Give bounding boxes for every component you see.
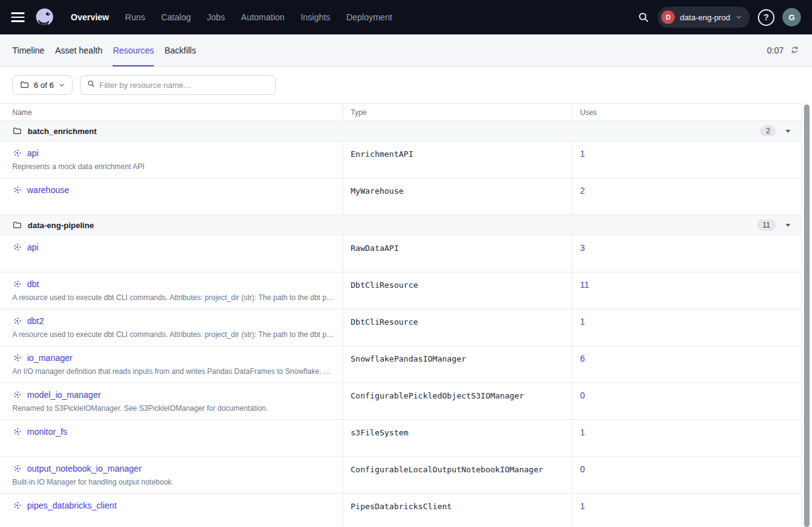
refresh-icon[interactable]: [790, 45, 800, 57]
tabs: TimelineAsset healthResourcesBackfills: [12, 34, 196, 66]
deployment-switcher[interactable]: D data-eng-prod: [658, 7, 750, 28]
type-cell: ConfigurablePickledObjectS3IOManager: [343, 383, 572, 419]
column-header-name: Name: [0, 104, 343, 121]
resource-icon: [12, 316, 22, 326]
resource-name-link[interactable]: pipes_databricks_client: [27, 501, 117, 510]
deployment-name: data-eng-prod: [680, 13, 730, 22]
uses-count-link[interactable]: 2: [580, 186, 585, 196]
tab-backfills[interactable]: Backfills: [164, 34, 196, 66]
resource-description: A resource used to execute dbt CLI comma…: [12, 330, 335, 339]
deployment-initial-badge: D: [661, 10, 675, 24]
name-cell: dbt A resource used to execute dbt CLI c…: [0, 272, 343, 309]
name-cell: warehouse: [0, 178, 343, 215]
table-header: Name Type Uses: [0, 104, 802, 121]
uses-cell: 2: [572, 178, 802, 215]
type-cell: MyWarehouse: [343, 178, 572, 215]
uses-count-link[interactable]: 1: [580, 317, 585, 327]
tab-timeline[interactable]: Timeline: [12, 34, 44, 66]
nav-item-automation[interactable]: Automation: [241, 12, 285, 22]
count-label: 6 of 6: [34, 81, 54, 90]
uses-cell: 11: [572, 272, 802, 309]
top-navigation: OverviewRunsCatalogJobsAutomationInsight…: [0, 0, 812, 34]
nav-item-deployment[interactable]: Deployment: [346, 12, 392, 22]
nav-item-jobs[interactable]: Jobs: [207, 12, 225, 22]
name-cell: output_notebook_io_manager Built-in IO M…: [0, 457, 343, 493]
nav-item-overview[interactable]: Overview: [71, 12, 109, 22]
table-row: io_manager An I/O manager definition tha…: [0, 346, 802, 383]
table-row: output_notebook_io_manager Built-in IO M…: [0, 457, 802, 494]
resource-icon: [12, 501, 22, 510]
table-row: dbt A resource used to execute dbt CLI c…: [0, 272, 802, 309]
resource-description: Renamed to S3PickleIOManager. See S3Pick…: [12, 404, 335, 413]
resource-name-link[interactable]: monitor_fs: [27, 427, 67, 437]
resource-name-link[interactable]: api: [27, 148, 39, 158]
tab-resources[interactable]: Resources: [113, 34, 154, 66]
nav-item-runs[interactable]: Runs: [125, 12, 145, 22]
hamburger-menu-icon[interactable]: [11, 12, 25, 22]
group-row-right: 11: [757, 220, 795, 231]
uses-cell: 0: [572, 383, 802, 419]
resource-name-link[interactable]: output_notebook_io_manager: [27, 464, 141, 474]
group-count-badge: 2: [760, 125, 776, 137]
vertical-scrollbar[interactable]: [804, 105, 810, 527]
table-row: api Represents a mock data enrichment AP…: [0, 141, 802, 178]
type-cell: DbtCliResource: [343, 272, 572, 309]
user-avatar[interactable]: G: [782, 8, 801, 26]
type-cell: SnowflakePandasIOManager: [343, 346, 572, 382]
uses-count-link[interactable]: 11: [580, 280, 589, 290]
collapse-caret-icon[interactable]: [786, 224, 790, 227]
resource-icon: [12, 242, 22, 252]
collapse-caret-icon[interactable]: [786, 130, 790, 133]
resource-type: DbtCliResource: [351, 280, 418, 290]
uses-cell: 1: [572, 420, 802, 456]
uses-count-link[interactable]: 1: [580, 427, 585, 437]
nav-item-insights[interactable]: Insights: [301, 12, 330, 22]
resource-name-link[interactable]: api: [27, 242, 39, 252]
resource-type: MyWarehouse: [351, 186, 404, 196]
resource-name-link[interactable]: dbt: [27, 279, 39, 289]
uses-cell: 1: [572, 141, 802, 178]
name-cell: io_manager An I/O manager definition tha…: [0, 346, 343, 382]
primary-nav: OverviewRunsCatalogJobsAutomationInsight…: [71, 12, 392, 22]
uses-count-link[interactable]: 1: [580, 149, 585, 159]
octopus-logo-icon: [33, 6, 56, 29]
resource-icon: [12, 390, 22, 400]
group-name: batch_enrichment: [28, 127, 97, 136]
uses-count-link[interactable]: 6: [580, 354, 585, 363]
nav-item-catalog[interactable]: Catalog: [161, 12, 191, 22]
table-row: dbt2 A resource used to execute dbt CLI …: [0, 309, 802, 346]
name-cell: monitor_fs: [0, 420, 343, 456]
resource-filter-input[interactable]: [100, 81, 269, 90]
resource-icon: [12, 353, 22, 363]
code-location-filter-button[interactable]: 6 of 6: [12, 75, 73, 95]
uses-cell: 3: [572, 236, 802, 272]
group-row-batch_enrichment[interactable]: batch_enrichment 2: [0, 121, 802, 141]
help-icon[interactable]: ?: [758, 9, 774, 26]
uses-count-link[interactable]: 1: [580, 501, 585, 511]
type-cell: s3FileSystem: [343, 420, 572, 456]
resource-name-link[interactable]: io_manager: [27, 353, 73, 363]
table-row: warehouse MyWarehouse 2: [0, 178, 802, 215]
table-body: batch_enrichment 2 api Represents a mock…: [0, 121, 802, 527]
resource-name-link[interactable]: dbt2: [27, 316, 44, 326]
search-icon[interactable]: [637, 11, 650, 23]
resource-name-link[interactable]: model_io_manager: [27, 390, 101, 400]
column-header-type: Type: [343, 104, 572, 121]
group-row-data-eng-pipeline[interactable]: data-eng-pipeline 11: [0, 215, 802, 236]
resource-name-link[interactable]: warehouse: [27, 185, 70, 195]
uses-cell: 1: [572, 494, 802, 527]
tab-asset-health[interactable]: Asset health: [55, 34, 102, 66]
chevron-down-icon: [58, 82, 65, 89]
dagster-logo[interactable]: [33, 6, 56, 29]
resource-description: An I/O manager definition that reads inp…: [12, 367, 335, 376]
folder-icon: [12, 126, 22, 136]
uses-count-link[interactable]: 0: [580, 464, 585, 474]
topnav-right: D data-eng-prod ? G: [637, 7, 801, 28]
uses-count-link[interactable]: 3: [580, 243, 585, 253]
resource-icon: [12, 148, 22, 158]
uses-count-link[interactable]: 0: [580, 390, 585, 400]
table-row: model_io_manager Renamed to S3PickleIOMa…: [0, 383, 802, 420]
uses-cell: 6: [572, 346, 802, 382]
type-cell: ConfigurableLocalOutputNotebookIOManager: [343, 457, 572, 493]
resource-type: DbtCliResource: [351, 317, 418, 327]
